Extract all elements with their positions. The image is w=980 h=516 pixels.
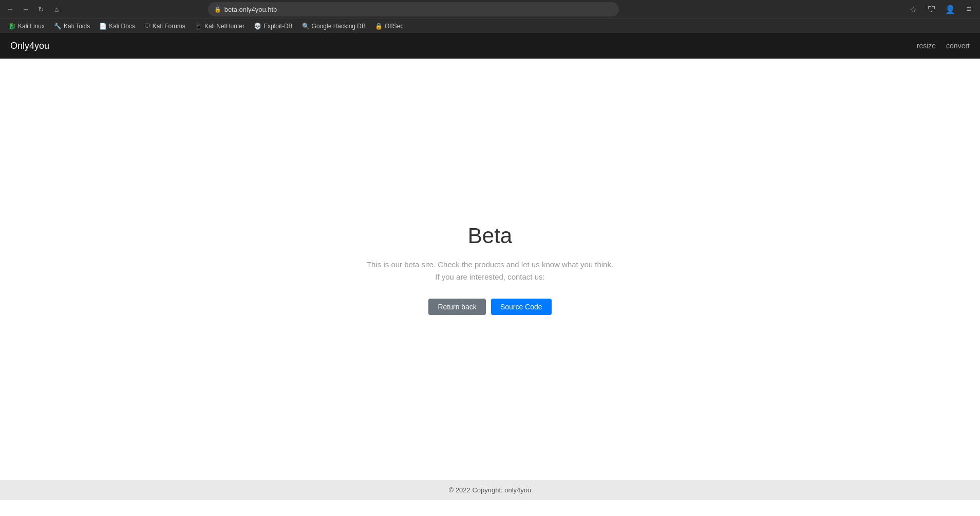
bookmark-exploit-db[interactable]: 💀 Exploit-DB	[250, 22, 297, 31]
browser-toolbar: ← → ↻ ⌂ 🔒 beta.only4you.htb ☆ 🛡 👤 ≡	[0, 0, 980, 19]
bookmark-kali-docs[interactable]: 📄 Kali Docs	[95, 22, 139, 31]
bookmark-kali-forums[interactable]: 🗨 Kali Forums	[140, 22, 190, 31]
google-hacking-db-icon: 🔍	[302, 23, 310, 30]
forward-button[interactable]: →	[20, 3, 32, 15]
star-button[interactable]: ☆	[906, 2, 920, 16]
return-back-button[interactable]: Return back	[428, 299, 485, 315]
kali-nethunter-icon: 📱	[195, 23, 202, 30]
description-line1: This is our beta site. Check the product…	[367, 259, 613, 271]
bookmark-google-hacking-db-label: Google Hacking DB	[312, 23, 366, 30]
bookmark-kali-docs-label: Kali Docs	[109, 23, 135, 30]
bookmark-kali-nethunter-label: Kali NetHunter	[204, 23, 244, 30]
bookmarks-bar: 🐉 Kali Linux 🔧 Kali Tools 📄 Kali Docs 🗨 …	[0, 19, 980, 33]
site-nav-links: resize convert	[917, 42, 970, 50]
url-text: beta.only4you.htb	[224, 6, 277, 13]
bookmark-kali-tools-label: Kali Tools	[64, 23, 90, 30]
source-code-button[interactable]: Source Code	[491, 299, 552, 315]
home-button[interactable]: ⌂	[50, 3, 63, 15]
footer-copyright: © 2022 Copyright: only4you	[449, 486, 532, 494]
back-button[interactable]: ←	[4, 3, 16, 15]
bookmark-kali-tools[interactable]: 🔧 Kali Tools	[50, 22, 94, 31]
bookmark-kali-linux-label: Kali Linux	[18, 23, 45, 30]
extensions-button[interactable]: 🛡	[925, 2, 939, 16]
nav-link-convert[interactable]: convert	[946, 42, 970, 50]
offsec-icon: 🔒	[375, 23, 383, 30]
bookmark-offsec[interactable]: 🔒 OffSec	[371, 22, 407, 31]
bookmark-kali-linux[interactable]: 🐉 Kali Linux	[4, 22, 49, 31]
menu-button[interactable]: ≡	[962, 2, 976, 16]
kali-forums-icon: 🗨	[144, 23, 150, 30]
browser-chrome: ← → ↻ ⌂ 🔒 beta.only4you.htb ☆ 🛡 👤 ≡ 🐉 Ka…	[0, 0, 980, 33]
beta-description: This is our beta site. Check the product…	[367, 259, 613, 283]
nav-link-resize[interactable]: resize	[917, 42, 936, 50]
bookmark-offsec-label: OffSec	[385, 23, 403, 30]
kali-linux-icon: 🐉	[8, 23, 16, 30]
lock-icon: 🔒	[214, 6, 221, 13]
profile-button[interactable]: 👤	[943, 2, 957, 16]
bookmark-exploit-db-label: Exploit-DB	[263, 23, 293, 30]
site-navbar: Only4you resize convert	[0, 33, 980, 59]
site-footer: © 2022 Copyright: only4you	[0, 480, 980, 500]
description-line2: If you are interested, contact us:	[367, 271, 613, 283]
beta-title: Beta	[468, 224, 512, 248]
main-content: Beta This is our beta site. Check the pr…	[0, 59, 980, 480]
exploit-db-icon: 💀	[254, 23, 261, 30]
site-brand[interactable]: Only4you	[10, 41, 49, 51]
button-group: Return back Source Code	[428, 299, 551, 315]
bookmark-kali-forums-label: Kali Forums	[153, 23, 185, 30]
kali-docs-icon: 📄	[99, 23, 107, 30]
address-bar[interactable]: 🔒 beta.only4you.htb	[208, 2, 619, 16]
browser-actions: ☆ 🛡 👤 ≡	[906, 2, 976, 16]
bookmark-google-hacking-db[interactable]: 🔍 Google Hacking DB	[298, 22, 370, 31]
kali-tools-icon: 🔧	[54, 23, 62, 30]
bookmark-kali-nethunter[interactable]: 📱 Kali NetHunter	[191, 22, 249, 31]
reload-button[interactable]: ↻	[35, 3, 47, 15]
